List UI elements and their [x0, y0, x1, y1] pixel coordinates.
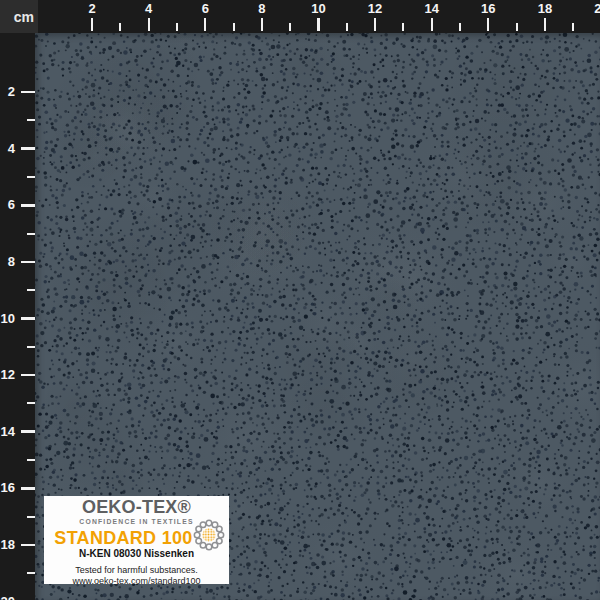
oekotex-standard-100: STANDARD 100	[44, 529, 203, 548]
oekotex-certificate-label: OEKO-TEX® CONFIDENCE IN TEXTILES STANDAR…	[44, 496, 229, 584]
fabric-swatch-product-image: 2468101214161820 2468101214161820 cm OEK…	[0, 0, 600, 600]
ruler-major-tick	[21, 204, 35, 207]
ruler-number: 18	[538, 2, 552, 16]
ruler-major-tick	[148, 18, 150, 31]
ruler-major-tick	[317, 18, 319, 31]
ruler-number: 12	[368, 2, 382, 16]
ruler-major-tick	[487, 18, 489, 31]
ruler-minor-tick	[516, 23, 518, 31]
ruler-major-tick	[21, 91, 35, 94]
ruler-minor-tick	[119, 23, 121, 31]
oekotex-brand-text: OEKO-TEX®	[44, 498, 229, 517]
ruler-number: 20	[594, 2, 600, 16]
ruler-minor-tick	[346, 23, 348, 31]
ruler-number: 20	[1, 595, 15, 600]
ruler-minor-tick	[27, 346, 35, 348]
ruler-major-tick	[21, 487, 35, 490]
ruler-minor-tick	[289, 23, 291, 31]
ruler-number: 12	[1, 368, 15, 382]
ruler-minor-tick	[27, 516, 35, 518]
ruler-major-tick	[21, 374, 35, 377]
ruler-number: 8	[258, 2, 265, 16]
ruler-minor-tick	[27, 572, 35, 574]
ruler-number: 6	[202, 2, 209, 16]
ruler-minor-tick	[27, 289, 35, 291]
ruler-major-tick	[261, 18, 263, 31]
ruler-minor-tick	[27, 233, 35, 235]
ruler-major-tick	[21, 147, 35, 150]
ruler-major-tick	[431, 18, 433, 31]
oekotex-flower-logo-icon	[191, 517, 227, 553]
ruler-minor-tick	[27, 459, 35, 461]
ruler-major-tick	[544, 18, 546, 31]
ruler-number: 2	[88, 2, 95, 16]
ruler-major-tick	[21, 544, 35, 547]
ruler-number: 8	[8, 255, 15, 269]
ruler-number: 6	[8, 198, 15, 212]
ruler-number: 10	[311, 2, 325, 16]
ruler-minor-tick	[402, 23, 404, 31]
ruler-major-tick	[204, 18, 206, 31]
ruler-number: 4	[8, 142, 15, 156]
ruler-number: 4	[145, 2, 152, 16]
ruler-number: 16	[1, 481, 15, 495]
ruler-minor-tick	[27, 176, 35, 178]
ruler-major-tick	[21, 261, 35, 264]
ruler-number: 2	[8, 85, 15, 99]
ruler-number: 14	[424, 2, 438, 16]
ruler-number: 14	[1, 425, 15, 439]
ruler-major-tick	[374, 18, 376, 31]
ruler-number: 18	[1, 538, 15, 552]
ruler-minor-tick	[176, 23, 178, 31]
ruler-minor-tick	[27, 402, 35, 404]
ruler-number: 10	[1, 312, 15, 326]
ruler-horizontal-cm: 2468101214161820	[0, 0, 600, 33]
ruler-unit-label: cm	[14, 9, 34, 25]
ruler-major-tick	[91, 18, 93, 31]
ruler-vertical-cm: 2468101214161820	[0, 0, 35, 600]
oekotex-tested-text: Tested for harmful substances.	[44, 565, 229, 575]
oekotex-url-text: www.oeko-tex.com/standard100	[44, 576, 229, 584]
ruler-minor-tick	[233, 23, 235, 31]
ruler-minor-tick	[572, 23, 574, 31]
ruler-minor-tick	[27, 119, 35, 121]
ruler-unit-box: cm	[0, 0, 38, 33]
ruler-major-tick	[21, 317, 35, 320]
ruler-minor-tick	[459, 23, 461, 31]
ruler-major-tick	[21, 430, 35, 433]
ruler-number: 16	[481, 2, 495, 16]
